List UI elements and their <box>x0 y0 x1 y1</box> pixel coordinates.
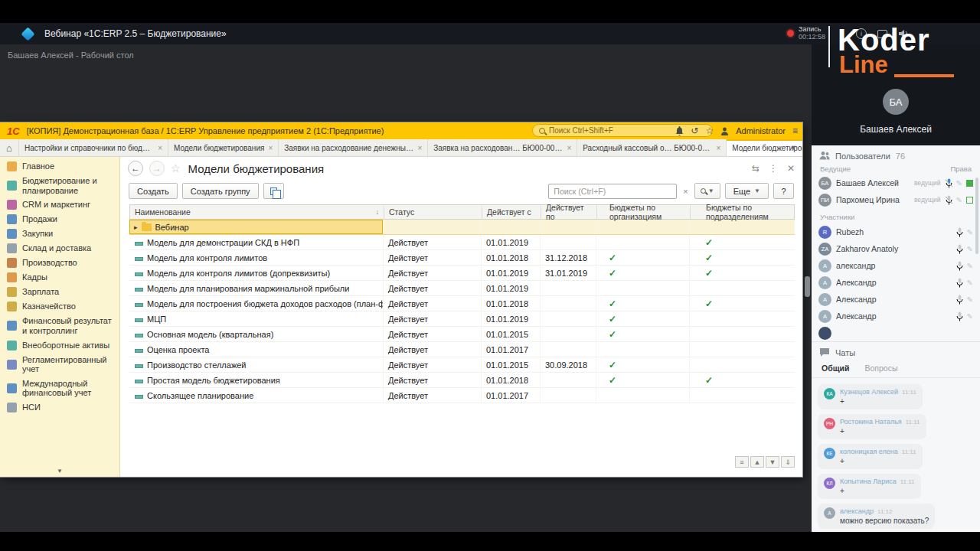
window-tab[interactable]: Настройки и справочники по бюдже… × <box>19 139 168 156</box>
mic-icon[interactable] <box>946 195 952 205</box>
window-tab[interactable]: Заявка на расходован… БЮ00-000001 × <box>428 139 577 156</box>
tab-close-icon[interactable]: × <box>268 144 273 152</box>
tabs-overflow-button[interactable]: ▼ <box>787 139 800 156</box>
scroll-up-button[interactable]: ▲ <box>750 456 764 468</box>
history-icon[interactable]: ↺ <box>691 126 698 136</box>
table-row[interactable]: ▸ Модель для контроля лимитов Действует … <box>129 250 795 266</box>
home-tab[interactable]: ⌂ <box>0 139 19 156</box>
edit-icon[interactable]: ✎ <box>967 279 973 287</box>
cell-name[interactable]: ▸ Модель для контроля лимитов (допреквиз… <box>129 266 384 280</box>
host-row[interactable]: ПИ Пархомец Ирина ведущий ✎ <box>812 191 980 208</box>
help-button[interactable]: ? <box>773 183 794 199</box>
edit-icon[interactable]: ✎ <box>956 196 962 204</box>
sidebar-item[interactable]: Зарплата <box>0 285 119 299</box>
table-row[interactable]: ▸ Скользящее планирование Действует 01.0… <box>129 388 795 403</box>
notifications-icon[interactable] <box>675 126 684 135</box>
cell-name[interactable]: ▸ Простая модель бюджетирования <box>129 373 384 387</box>
go-to-end-button[interactable]: ⇓ <box>781 456 795 468</box>
participant-row[interactable]: A Александр ✎ <box>812 274 980 291</box>
table-row[interactable]: ▸ Простая модель бюджетирования Действуе… <box>129 373 795 388</box>
participant-row[interactable]: ✎ <box>812 324 980 341</box>
table-row[interactable]: ▸ Основная модель (квартальная) Действуе… <box>129 327 795 342</box>
window-tab[interactable]: Заявки на расходование денежных … × <box>279 139 428 156</box>
copy-button[interactable] <box>263 183 284 199</box>
more-button[interactable]: Еще▼ <box>725 183 769 199</box>
mic-icon[interactable] <box>956 295 963 305</box>
column-header-budgets-org[interactable]: Бюджеты по организациям <box>597 205 691 219</box>
users-scrollbar[interactable] <box>975 178 978 254</box>
clear-search-icon[interactable]: × <box>681 187 689 196</box>
more-menu-icon[interactable]: ⋮ <box>769 163 778 174</box>
table-row[interactable]: ▸ Модель для планирования маржинальной п… <box>129 281 795 296</box>
table-row[interactable]: ▸ Модель для контроля лимитов (допреквиз… <box>129 266 795 281</box>
sidebar-item[interactable]: Склад и доставка <box>0 241 119 256</box>
column-header-valid-to[interactable]: Действует по <box>541 205 597 219</box>
mic-icon[interactable] <box>956 261 963 271</box>
cell-name[interactable]: ▸ Скользящее планирование <box>129 388 384 403</box>
favorites-star-icon[interactable]: ☆ <box>705 126 714 136</box>
column-header-status[interactable]: Статус <box>384 205 482 219</box>
sidebar-item[interactable]: Бюджетирование и планирование <box>0 174 119 197</box>
edit-icon[interactable]: ✎ <box>967 228 973 236</box>
search-options-button[interactable]: ▼ <box>694 183 720 199</box>
column-header-budgets-dep[interactable]: Бюджеты по подразделениям <box>691 205 794 219</box>
sidebar-item[interactable]: Регламентированный учет <box>0 353 119 377</box>
table-row[interactable]: ▸ Производство стеллажей Действует 01.01… <box>129 357 795 373</box>
tab-close-icon[interactable]: × <box>567 144 571 152</box>
table-row[interactable]: ▸ Модель для построения бюджета доходов … <box>129 296 795 311</box>
rights-toggle[interactable] <box>966 197 973 204</box>
cell-name[interactable]: ▸ Модель для контроля лимитов <box>129 250 384 265</box>
list-menu-button[interactable]: ≡ <box>735 456 749 468</box>
rights-toggle[interactable] <box>966 180 973 187</box>
sidebar-item[interactable]: Внеоборотные активы <box>0 338 119 353</box>
tab-close-icon[interactable]: × <box>158 144 162 152</box>
cell-name[interactable]: ▸ Основная модель (квартальная) <box>129 327 384 341</box>
mic-icon[interactable] <box>956 244 963 254</box>
sidebar-item[interactable]: Финансовый результат и контроллинг <box>0 314 119 337</box>
chat-tab-general[interactable]: Общий <box>822 364 849 373</box>
cell-name[interactable]: ▸ Модель для планирования маржинальной п… <box>129 281 384 295</box>
participant-row[interactable]: A александр ✎ <box>812 257 980 274</box>
column-header-valid-from[interactable]: Действует с <box>482 205 541 219</box>
sidebar-item[interactable]: Закупки <box>0 227 119 241</box>
sidebar-item[interactable]: НСИ <box>0 400 119 415</box>
edit-icon[interactable]: ✎ <box>967 312 973 321</box>
create-group-button[interactable]: Создать группу <box>182 183 259 199</box>
tab-close-icon[interactable]: × <box>716 144 720 152</box>
close-page-icon[interactable]: ✕ <box>787 163 795 174</box>
mic-icon[interactable] <box>956 311 963 321</box>
volume-icon[interactable] <box>898 28 909 39</box>
sidebar-item[interactable]: Производство <box>0 256 119 270</box>
column-header-name[interactable]: Наименование↓ <box>130 205 384 219</box>
cell-name[interactable]: ▸ Модель для построения бюджета доходов … <box>129 296 384 311</box>
table-row[interactable]: ▸ МЦП Действует 01.01.2019 ✓ <box>129 311 795 327</box>
mic-icon[interactable] <box>946 178 952 188</box>
host-row[interactable]: БА Башаев Алексей ведущий ✎ <box>812 174 980 191</box>
table-row[interactable]: ▸ Оценка проекта Действует 01.01.2017 ✓ <box>129 342 795 357</box>
participant-row[interactable]: R Rubezh ✎ <box>812 223 980 240</box>
participant-row[interactable]: A Александр ✎ <box>812 291 980 308</box>
cell-name[interactable]: ▸ Производство стеллажей <box>129 357 384 372</box>
mic-icon[interactable] <box>956 278 963 288</box>
app-menu-icon[interactable]: ≡ <box>792 126 798 136</box>
tab-close-icon[interactable]: × <box>417 144 422 152</box>
link-icon[interactable]: ⇆ <box>752 163 760 174</box>
create-button[interactable]: Создать <box>129 183 178 199</box>
message-author[interactable]: Кузнецов Алексей <box>840 388 898 396</box>
info-icon[interactable]: i <box>856 28 867 39</box>
list-search-input[interactable] <box>548 184 677 199</box>
fullscreen-icon[interactable] <box>877 30 887 38</box>
edit-icon[interactable]: ✎ <box>967 295 973 304</box>
edit-icon[interactable]: ✎ <box>967 245 973 253</box>
table-row[interactable]: ▸ Модель для демонстрации СКД в НФП Дейс… <box>129 235 795 250</box>
participant-row[interactable]: A Александр ✎ <box>812 308 980 324</box>
message-author[interactable]: Копытина Лариса <box>840 478 897 485</box>
favorite-star-icon[interactable]: ☆ <box>171 162 181 174</box>
sidebar-item[interactable]: Казначейство <box>0 299 119 314</box>
edit-icon[interactable]: ✎ <box>956 179 962 187</box>
sidebar-item[interactable]: Главное <box>0 159 119 174</box>
message-author[interactable]: александр <box>840 507 874 515</box>
chat-tab-questions[interactable]: Вопросы <box>864 364 897 373</box>
mic-icon[interactable] <box>956 227 963 237</box>
current-user[interactable]: Administrator <box>736 126 786 135</box>
